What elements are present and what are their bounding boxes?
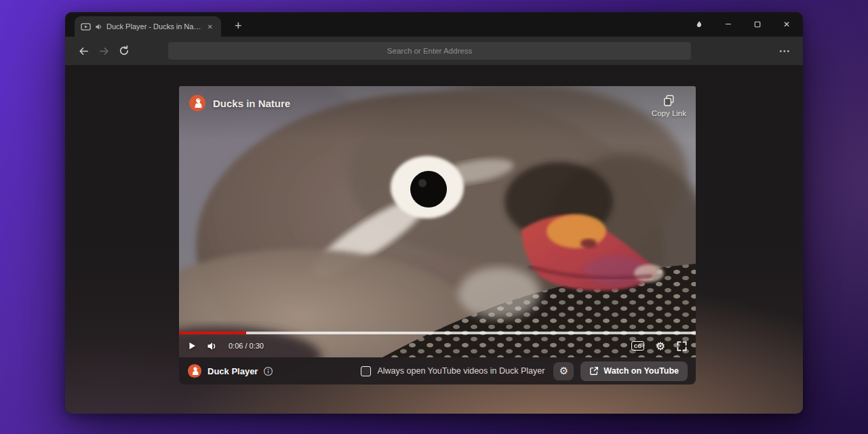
copy-icon xyxy=(663,94,675,107)
watch-on-youtube-label: Watch on YouTube xyxy=(604,366,679,376)
tab-close-icon[interactable]: ✕ xyxy=(205,22,215,32)
duck-player: Ducks in Nature Copy Link xyxy=(179,86,696,384)
duck-player-brand: Duck Player xyxy=(187,363,273,378)
settings-button[interactable]: ⚙ xyxy=(656,340,665,353)
external-link-icon xyxy=(589,366,599,376)
address-bar xyxy=(168,42,691,60)
maximize-button[interactable] xyxy=(752,19,763,30)
tab-audio-playing-icon xyxy=(95,22,102,31)
duck-player-brand-label: Duck Player xyxy=(208,366,258,376)
address-bar-input[interactable] xyxy=(168,42,691,60)
tab-title: Duck Player - Ducks in Nature xyxy=(106,22,201,31)
fire-button[interactable] xyxy=(694,19,705,30)
play-icon xyxy=(188,341,197,351)
tab-duck-player[interactable]: Duck Player - Ducks in Nature ✕ xyxy=(75,16,221,37)
browser-window: Duck Player - Ducks in Nature ✕ + – ✕ xyxy=(65,12,803,414)
tab-bar: Duck Player - Ducks in Nature ✕ + – ✕ xyxy=(65,12,803,37)
duckduckgo-logo xyxy=(187,363,202,378)
video-header: Ducks in Nature Copy Link xyxy=(179,86,696,117)
footer-actions: Always open YouTube videos in Duck Playe… xyxy=(361,361,688,381)
new-tab-button[interactable]: + xyxy=(231,20,246,37)
desktop-background: { "browser": { "tab_bar": { "tab_title":… xyxy=(0,0,868,434)
fullscreen-icon xyxy=(677,341,687,351)
volume-icon xyxy=(207,341,218,351)
always-open-label: Always open YouTube videos in Duck Playe… xyxy=(377,366,545,376)
window-controls: – ✕ xyxy=(694,12,792,37)
forward-button[interactable] xyxy=(95,42,113,60)
reload-icon xyxy=(118,45,130,57)
fullscreen-button[interactable] xyxy=(677,341,687,351)
duck-player-settings-button[interactable]: ⚙ xyxy=(553,362,574,380)
duck-player-footer: Duck Player Always open YouTube videos i… xyxy=(179,357,696,384)
always-open-checkbox[interactable] xyxy=(361,366,371,376)
fire-icon xyxy=(694,20,704,30)
navigation-toolbar: ••• xyxy=(65,37,803,65)
maximize-icon xyxy=(753,20,762,28)
close-window-button[interactable]: ✕ xyxy=(781,19,792,30)
copy-link-label: Copy Link xyxy=(652,109,686,117)
back-arrow-icon xyxy=(78,45,90,57)
video-viewport[interactable]: Ducks in Nature Copy Link xyxy=(179,86,696,357)
page-content: Ducks in Nature Copy Link xyxy=(65,65,803,414)
duckduckgo-logo xyxy=(189,94,206,112)
copy-link-button[interactable]: Copy Link xyxy=(652,94,686,117)
player-controls: 0:06 / 0:30 CC ⚙ xyxy=(179,334,696,357)
minimize-button[interactable]: – xyxy=(723,19,734,30)
captions-button[interactable]: CC xyxy=(631,341,644,351)
back-button[interactable] xyxy=(75,42,92,60)
play-button[interactable] xyxy=(188,341,197,351)
forward-arrow-icon xyxy=(98,45,110,57)
reload-button[interactable] xyxy=(115,42,133,60)
overflow-menu-button[interactable]: ••• xyxy=(776,43,793,59)
info-icon[interactable] xyxy=(263,366,273,376)
duck-player-favicon xyxy=(81,22,91,32)
video-title: Ducks in Nature xyxy=(213,98,290,109)
volume-button[interactable] xyxy=(207,341,218,351)
time-display: 0:06 / 0:30 xyxy=(229,342,264,350)
watch-on-youtube-button[interactable]: Watch on YouTube xyxy=(580,361,688,381)
